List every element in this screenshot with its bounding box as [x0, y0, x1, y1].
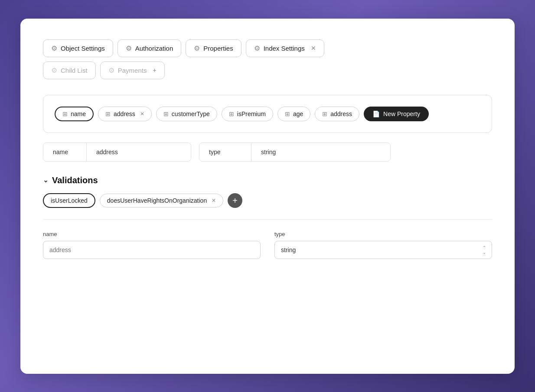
form-group-type: type string number boolean object array — [274, 231, 492, 259]
chip-icon-customertype: ⊞ — [163, 110, 169, 117]
main-card: ⚙ Object Settings ⚙ Authorization ⚙ Prop… — [20, 19, 515, 374]
tab-object-settings[interactable]: ⚙ Object Settings — [43, 39, 113, 57]
table-group-right: type string — [199, 143, 391, 162]
tab-index-settings[interactable]: ⚙ Index Settings ✕ — [246, 39, 324, 57]
form-type-select-wrapper: string number boolean object array — [274, 241, 492, 259]
chip-address-bottom[interactable]: ⊞ address — [315, 107, 359, 121]
tab-object-settings-label: Object Settings — [61, 45, 105, 52]
tabs-row-2: ⚙ Child List ⚙ Payments + — [43, 62, 492, 79]
table-group-left: name address — [43, 143, 191, 162]
validations-title: Validations — [52, 175, 98, 185]
new-property-button[interactable]: 📄 New Property — [364, 107, 429, 121]
chip-age-label: age — [293, 110, 303, 117]
validation-chip-isuserlocked-label: isUserLocked — [51, 197, 88, 204]
chip-address-top-label: address — [114, 110, 135, 117]
gear-icon-properties: ⚙ — [194, 44, 200, 52]
tab-payments-label: Payments — [118, 67, 147, 74]
tab-properties-label: Properties — [203, 45, 233, 52]
gear-icon-authorization: ⚙ — [126, 44, 132, 52]
new-property-label: New Property — [383, 110, 420, 117]
chip-age[interactable]: ⊞ age — [277, 107, 310, 121]
chip-ispremium-label: isPremium — [237, 110, 266, 117]
table-cell-string: string — [251, 143, 390, 161]
form-row: name type string number boolean object a… — [43, 231, 492, 259]
divider — [43, 219, 492, 220]
chip-ispremium[interactable]: ⊞ isPremium — [222, 107, 273, 121]
validations-header: ⌄ Validations — [43, 175, 492, 185]
form-name-label: name — [43, 231, 261, 237]
tab-authorization[interactable]: ⚙ Authorization — [117, 39, 182, 57]
chip-customertype-label: customerType — [172, 110, 210, 117]
chip-icon-address-top: ⊞ — [105, 110, 111, 117]
tab-child-list[interactable]: ⚙ Child List — [43, 62, 96, 79]
chevron-down-icon[interactable]: ⌄ — [43, 176, 49, 184]
validation-chips: isUserLocked doesUserHaveRightsOnOrganiz… — [43, 193, 492, 208]
validation-chip-isuserlocked[interactable]: isUserLocked — [43, 193, 95, 208]
chip-name-label: name — [71, 110, 86, 117]
form-name-input[interactable] — [43, 241, 261, 259]
validation-chip-doesuserhave[interactable]: doesUserHaveRightsOnOrganization ✕ — [100, 194, 223, 207]
gear-icon-object-settings: ⚙ — [51, 44, 57, 52]
table-row: name address type string — [43, 143, 492, 162]
validation-chip-doesuserhave-label: doesUserHaveRightsOnOrganization — [107, 197, 207, 204]
chip-icon-age: ⊞ — [285, 110, 290, 117]
table-cell-address: address — [87, 143, 191, 161]
new-property-icon: 📄 — [372, 110, 380, 117]
add-validation-button[interactable]: + — [228, 193, 242, 208]
tab-authorization-label: Authorization — [135, 45, 173, 52]
tab-payments[interactable]: ⚙ Payments + — [100, 62, 165, 79]
gear-icon-child-list: ⚙ — [51, 66, 57, 75]
gear-icon-payments: ⚙ — [108, 66, 114, 75]
table-cell-type: type — [199, 143, 251, 161]
chip-address-top-close[interactable]: ✕ — [140, 111, 144, 117]
chip-address-top[interactable]: ⊞ address ✕ — [98, 107, 152, 121]
tabs-row-1: ⚙ Object Settings ⚙ Authorization ⚙ Prop… — [43, 39, 492, 57]
chip-customertype[interactable]: ⊞ customerType — [156, 107, 217, 121]
form-type-select[interactable]: string number boolean object array — [274, 241, 492, 259]
gear-icon-index-settings: ⚙ — [254, 44, 260, 52]
tab-index-settings-label: Index Settings — [264, 45, 305, 52]
chip-name[interactable]: ⊞ name — [55, 107, 94, 121]
validations-section: ⌄ Validations isUserLocked doesUserHaveR… — [43, 175, 492, 208]
tab-properties[interactable]: ⚙ Properties — [186, 39, 241, 57]
chip-address-bottom-label: address — [330, 110, 352, 117]
form-type-label: type — [274, 231, 492, 237]
tab-child-list-label: Child List — [61, 67, 88, 74]
validation-chip-doesuserhave-close[interactable]: ✕ — [212, 198, 216, 204]
tab-index-settings-close[interactable]: ✕ — [311, 45, 316, 52]
chip-icon-name: ⊞ — [62, 110, 68, 117]
form-group-name: name — [43, 231, 261, 259]
chip-icon-address-bottom: ⊞ — [322, 110, 327, 117]
properties-box: ⊞ name ⊞ address ✕ ⊞ customerType ⊞ isPr… — [43, 95, 492, 133]
table-cell-name: name — [43, 143, 87, 161]
chip-icon-ispremium: ⊞ — [229, 110, 234, 117]
tab-payments-add[interactable]: + — [153, 67, 156, 74]
properties-chips: ⊞ name ⊞ address ✕ ⊞ customerType ⊞ isPr… — [55, 107, 480, 121]
